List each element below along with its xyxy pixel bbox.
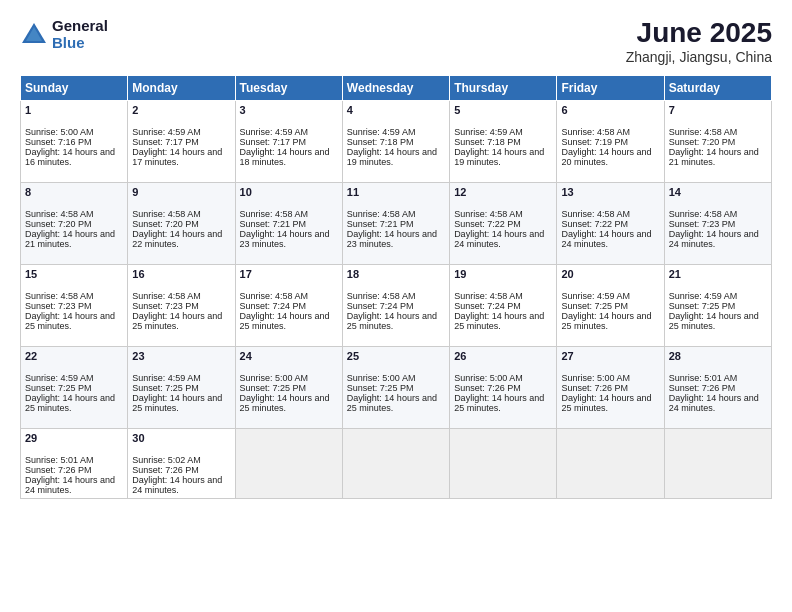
day-number: 11 <box>347 186 445 198</box>
sunset-text: Sunset: 7:25 PM <box>669 301 736 311</box>
daylight-text: Daylight: 14 hours and 25 minutes. <box>561 311 651 331</box>
sunset-text: Sunset: 7:24 PM <box>454 301 521 311</box>
daylight-text: Daylight: 14 hours and 18 minutes. <box>240 147 330 167</box>
sunset-text: Sunset: 7:24 PM <box>240 301 307 311</box>
col-header-thursday: Thursday <box>450 75 557 100</box>
sunset-text: Sunset: 7:18 PM <box>454 137 521 147</box>
sunset-text: Sunset: 7:16 PM <box>25 137 92 147</box>
week-row-4: 22Sunrise: 4:59 AMSunset: 7:25 PMDayligh… <box>21 346 772 428</box>
col-header-friday: Friday <box>557 75 664 100</box>
sunrise-text: Sunrise: 4:59 AM <box>561 291 630 301</box>
day-number: 26 <box>454 350 552 362</box>
daylight-text: Daylight: 14 hours and 25 minutes. <box>25 393 115 413</box>
calendar-cell: 30Sunrise: 5:02 AMSunset: 7:26 PMDayligh… <box>128 428 235 498</box>
sunrise-text: Sunrise: 4:58 AM <box>561 127 630 137</box>
col-header-sunday: Sunday <box>21 75 128 100</box>
day-number: 25 <box>347 350 445 362</box>
sunrise-text: Sunrise: 4:58 AM <box>25 209 94 219</box>
sunset-text: Sunset: 7:24 PM <box>347 301 414 311</box>
sunrise-text: Sunrise: 4:58 AM <box>240 291 309 301</box>
col-header-monday: Monday <box>128 75 235 100</box>
logo-text: General Blue <box>52 18 108 51</box>
calendar-cell: 7Sunrise: 4:58 AMSunset: 7:20 PMDaylight… <box>664 100 771 182</box>
sunset-text: Sunset: 7:25 PM <box>25 383 92 393</box>
week-row-3: 15Sunrise: 4:58 AMSunset: 7:23 PMDayligh… <box>21 264 772 346</box>
calendar-cell: 19Sunrise: 4:58 AMSunset: 7:24 PMDayligh… <box>450 264 557 346</box>
week-row-1: 1Sunrise: 5:00 AMSunset: 7:16 PMDaylight… <box>21 100 772 182</box>
sunrise-text: Sunrise: 5:00 AM <box>561 373 630 383</box>
daylight-text: Daylight: 14 hours and 22 minutes. <box>132 229 222 249</box>
sunset-text: Sunset: 7:21 PM <box>347 219 414 229</box>
day-number: 21 <box>669 268 767 280</box>
day-number: 1 <box>25 104 123 116</box>
sunrise-text: Sunrise: 5:01 AM <box>25 455 94 465</box>
week-row-5: 29Sunrise: 5:01 AMSunset: 7:26 PMDayligh… <box>21 428 772 498</box>
calendar-cell: 26Sunrise: 5:00 AMSunset: 7:26 PMDayligh… <box>450 346 557 428</box>
sunrise-text: Sunrise: 5:00 AM <box>240 373 309 383</box>
sunset-text: Sunset: 7:25 PM <box>132 383 199 393</box>
daylight-text: Daylight: 14 hours and 24 minutes. <box>454 229 544 249</box>
daylight-text: Daylight: 14 hours and 25 minutes. <box>347 311 437 331</box>
daylight-text: Daylight: 14 hours and 21 minutes. <box>669 147 759 167</box>
sunrise-text: Sunrise: 4:59 AM <box>132 373 201 383</box>
calendar-cell: 2Sunrise: 4:59 AMSunset: 7:17 PMDaylight… <box>128 100 235 182</box>
calendar-cell: 15Sunrise: 4:58 AMSunset: 7:23 PMDayligh… <box>21 264 128 346</box>
daylight-text: Daylight: 14 hours and 21 minutes. <box>25 229 115 249</box>
day-number: 30 <box>132 432 230 444</box>
sunset-text: Sunset: 7:17 PM <box>240 137 307 147</box>
calendar-cell: 6Sunrise: 4:58 AMSunset: 7:19 PMDaylight… <box>557 100 664 182</box>
calendar-cell: 18Sunrise: 4:58 AMSunset: 7:24 PMDayligh… <box>342 264 449 346</box>
daylight-text: Daylight: 14 hours and 25 minutes. <box>669 311 759 331</box>
sunrise-text: Sunrise: 4:58 AM <box>669 209 738 219</box>
calendar-cell: 17Sunrise: 4:58 AMSunset: 7:24 PMDayligh… <box>235 264 342 346</box>
day-number: 4 <box>347 104 445 116</box>
daylight-text: Daylight: 14 hours and 25 minutes. <box>240 311 330 331</box>
sunrise-text: Sunrise: 4:59 AM <box>25 373 94 383</box>
title-block: June 2025 Zhangji, Jiangsu, China <box>626 18 772 65</box>
logo-icon <box>20 21 48 49</box>
sunrise-text: Sunrise: 4:59 AM <box>669 291 738 301</box>
calendar-cell: 21Sunrise: 4:59 AMSunset: 7:25 PMDayligh… <box>664 264 771 346</box>
location: Zhangji, Jiangsu, China <box>626 49 772 65</box>
header: General Blue June 2025 Zhangji, Jiangsu,… <box>20 18 772 65</box>
sunset-text: Sunset: 7:26 PM <box>561 383 628 393</box>
logo: General Blue <box>20 18 108 51</box>
daylight-text: Daylight: 14 hours and 16 minutes. <box>25 147 115 167</box>
daylight-text: Daylight: 14 hours and 25 minutes. <box>132 393 222 413</box>
calendar-cell: 14Sunrise: 4:58 AMSunset: 7:23 PMDayligh… <box>664 182 771 264</box>
sunrise-text: Sunrise: 4:58 AM <box>454 291 523 301</box>
daylight-text: Daylight: 14 hours and 23 minutes. <box>240 229 330 249</box>
calendar-cell: 23Sunrise: 4:59 AMSunset: 7:25 PMDayligh… <box>128 346 235 428</box>
day-number: 18 <box>347 268 445 280</box>
day-number: 24 <box>240 350 338 362</box>
sunrise-text: Sunrise: 4:58 AM <box>240 209 309 219</box>
sunrise-text: Sunrise: 4:58 AM <box>132 209 201 219</box>
calendar-cell: 8Sunrise: 4:58 AMSunset: 7:20 PMDaylight… <box>21 182 128 264</box>
sunset-text: Sunset: 7:26 PM <box>132 465 199 475</box>
day-number: 29 <box>25 432 123 444</box>
day-number: 22 <box>25 350 123 362</box>
daylight-text: Daylight: 14 hours and 19 minutes. <box>454 147 544 167</box>
daylight-text: Daylight: 14 hours and 24 minutes. <box>561 229 651 249</box>
calendar-table: SundayMondayTuesdayWednesdayThursdayFrid… <box>20 75 772 499</box>
sunrise-text: Sunrise: 4:58 AM <box>25 291 94 301</box>
day-number: 6 <box>561 104 659 116</box>
daylight-text: Daylight: 14 hours and 25 minutes. <box>454 311 544 331</box>
calendar-cell: 16Sunrise: 4:58 AMSunset: 7:23 PMDayligh… <box>128 264 235 346</box>
sunset-text: Sunset: 7:20 PM <box>25 219 92 229</box>
daylight-text: Daylight: 14 hours and 23 minutes. <box>347 229 437 249</box>
col-header-saturday: Saturday <box>664 75 771 100</box>
daylight-text: Daylight: 14 hours and 24 minutes. <box>132 475 222 495</box>
calendar-cell: 24Sunrise: 5:00 AMSunset: 7:25 PMDayligh… <box>235 346 342 428</box>
sunset-text: Sunset: 7:26 PM <box>669 383 736 393</box>
day-number: 8 <box>25 186 123 198</box>
calendar-cell: 12Sunrise: 4:58 AMSunset: 7:22 PMDayligh… <box>450 182 557 264</box>
month-title: June 2025 <box>626 18 772 49</box>
page: General Blue June 2025 Zhangji, Jiangsu,… <box>0 0 792 612</box>
sunset-text: Sunset: 7:26 PM <box>25 465 92 475</box>
calendar-cell: 28Sunrise: 5:01 AMSunset: 7:26 PMDayligh… <box>664 346 771 428</box>
day-number: 28 <box>669 350 767 362</box>
day-number: 13 <box>561 186 659 198</box>
sunrise-text: Sunrise: 5:00 AM <box>347 373 416 383</box>
daylight-text: Daylight: 14 hours and 19 minutes. <box>347 147 437 167</box>
